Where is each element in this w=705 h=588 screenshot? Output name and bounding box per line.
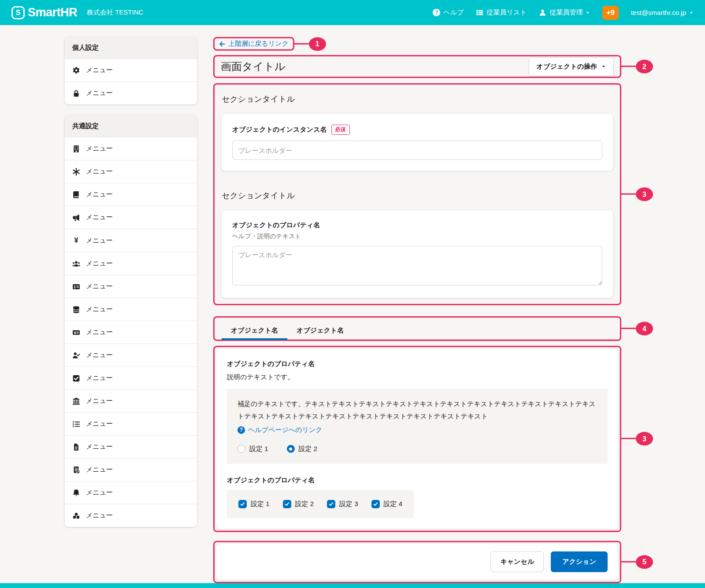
checkbox-checked-icon	[371, 500, 380, 508]
sidebar-item-menu[interactable]: メニュー	[65, 59, 197, 81]
book-icon	[72, 191, 80, 199]
page-content: 個人設定 メニュー メニュー 共通設定 メニュー メニュー メニュー	[0, 25, 705, 583]
object-action-dropdown-button[interactable]: オブジェクトの操作	[529, 57, 614, 76]
checkbox-option-3[interactable]: 設定 3	[327, 500, 358, 508]
radio-group: 設定 1 設定 2	[237, 445, 597, 453]
annotation-box-back-link: 上階層に戻るリンク 1	[213, 37, 294, 51]
sidebar-item-menu[interactable]: メニュー	[65, 435, 197, 458]
notification-count-badge[interactable]: +9	[602, 6, 618, 20]
user-check-icon	[72, 351, 80, 359]
radio-option-2[interactable]: 設定 2	[287, 445, 318, 453]
sidebar-item-menu[interactable]: メニュー	[65, 275, 197, 298]
sidebar-item-menu[interactable]: メニュー	[65, 160, 197, 183]
checkbox-checked-icon	[283, 500, 291, 508]
yen-icon: ¥	[72, 236, 80, 245]
users-icon	[72, 260, 80, 268]
sidebar-group-common: 共通設定 メニュー メニュー メニュー メニュー ¥ メニュー	[65, 115, 197, 527]
tab-object-2[interactable]: オブジェクト名	[287, 322, 353, 340]
chevron-down-icon	[586, 11, 590, 15]
section-title: セクションタイトル	[222, 190, 613, 201]
asterisk-icon	[72, 168, 80, 176]
sidebar-item-menu[interactable]: メニュー	[65, 504, 197, 527]
company-name: 株式会社 TESTINC	[87, 8, 143, 17]
field-help-text: ヘルプ・説明のテキスト	[232, 233, 602, 240]
employee-list-nav-link[interactable]: 従業員リスト	[476, 8, 527, 17]
back-to-parent-link[interactable]: 上階層に戻るリンク	[219, 40, 289, 48]
sidebar-item-menu[interactable]: メニュー	[65, 481, 197, 504]
annotation-box-tabs: オブジェクト名 オブジェクト名 4	[213, 316, 621, 341]
app-header: S SmartHR 株式会社 TESTINC ? ヘルプ 従業員リスト 従業員管…	[0, 0, 705, 25]
check-square-icon	[72, 374, 80, 382]
tab-object-1[interactable]: オブジェクト名	[222, 322, 287, 340]
help-nav-link[interactable]: ? ヘルプ	[433, 8, 464, 17]
field-label: オブジェクトのプロパティ名	[227, 360, 315, 368]
account-menu[interactable]: test@smarthr.co.jp	[631, 9, 694, 16]
checkbox-checked-icon	[327, 500, 335, 508]
annotation-connector	[620, 193, 636, 195]
annotation-connector	[620, 561, 636, 562]
action-button[interactable]: アクション	[551, 551, 608, 572]
main-column: 上階層に戻るリンク 1 画面タイトル オブジェクトの操作 2 セクションタイトル…	[213, 37, 621, 583]
annotation-connector	[620, 66, 636, 67]
annotation-number-badge: 5	[636, 555, 653, 569]
checkbox-checked-icon	[238, 500, 247, 508]
sidebar-item-menu[interactable]: メニュー	[65, 458, 197, 481]
radio-option-1[interactable]: 設定 1	[237, 445, 268, 453]
checkbox-option-2[interactable]: 設定 2	[283, 500, 314, 508]
sidebar-item-menu[interactable]: メニュー	[65, 137, 197, 160]
annotation-box-action-bar: キャンセル アクション 5	[213, 541, 621, 583]
radio-checked-icon	[287, 445, 295, 453]
question-circle-icon: ?	[433, 9, 440, 16]
coins-icon	[72, 512, 80, 520]
annotation-number-badge: 1	[309, 37, 326, 51]
sidebar-item-menu[interactable]: $ メニュー	[65, 321, 197, 344]
database-icon	[72, 306, 80, 314]
table-list-icon	[476, 9, 483, 16]
options-card: オブジェクトのプロパティ名 説明のテキストです。 補足のテキストです。テキストテ…	[216, 349, 618, 529]
sidebar-item-menu[interactable]: メニュー	[65, 344, 197, 366]
id-card-icon	[72, 283, 80, 291]
annotation-number-badge: 3	[636, 188, 653, 201]
checkbox-option-4[interactable]: 設定 4	[371, 500, 403, 508]
gear-icon	[72, 67, 80, 74]
bullhorn-icon	[72, 214, 80, 222]
annotation-box-form-sections: セクションタイトル オブジェクトのインスタンス名 必須 セクションタイトル オブ…	[213, 83, 621, 305]
sidebar-item-menu[interactable]: メニュー	[65, 298, 197, 321]
building-icon	[72, 145, 80, 153]
sidebar-item-menu[interactable]: メニュー	[65, 252, 197, 275]
sidebar-item-menu[interactable]: メニュー	[65, 81, 197, 104]
form-card-instance-name: オブジェクトのインスタンス名 必須	[222, 114, 613, 171]
page-title: 画面タイトル	[221, 59, 285, 74]
instance-name-input[interactable]	[232, 141, 602, 160]
sidebar: 個人設定 メニュー メニュー 共通設定 メニュー メニュー メニュー	[65, 37, 197, 538]
file-check-icon	[72, 466, 80, 474]
annotation-box-options-panel: オブジェクトのプロパティ名 説明のテキストです。 補足のテキストです。テキストテ…	[213, 346, 621, 532]
annotation-connector	[620, 328, 636, 329]
sidebar-item-menu[interactable]: メニュー	[65, 412, 197, 435]
help-page-link[interactable]: ? ヘルプページへのリンク	[237, 426, 323, 434]
sidebar-item-menu[interactable]: ¥ メニュー	[65, 229, 197, 252]
cancel-button[interactable]: キャンセル	[490, 551, 544, 572]
checkbox-group: 設定 1 設定 2 設定 3 設定 4	[227, 490, 414, 518]
property-textarea[interactable]	[232, 246, 602, 285]
header-nav: ? ヘルプ 従業員リスト 従業員管理 +9 test@smarthr.co.jp	[433, 6, 694, 20]
employee-admin-menu[interactable]: 従業員管理	[539, 8, 590, 17]
sidebar-item-menu[interactable]: メニュー	[65, 366, 197, 389]
checkbox-option-1[interactable]: 設定 1	[238, 500, 270, 508]
brand-name: SmartHR	[28, 6, 77, 19]
tab-bar: オブジェクト名 オブジェクト名	[222, 322, 613, 340]
chevron-down-icon	[601, 64, 606, 69]
sidebar-item-menu[interactable]: メニュー	[65, 206, 197, 229]
sidebar-group-title: 個人設定	[65, 37, 197, 59]
annotation-number-badge: 4	[636, 322, 653, 336]
list-icon	[72, 420, 80, 428]
file-icon	[72, 443, 80, 451]
field-description: 説明のテキストです。	[227, 373, 608, 381]
question-circle-icon: ?	[237, 426, 245, 434]
annotation-box-page-title: 画面タイトル オブジェクトの操作 2	[213, 55, 621, 78]
sidebar-item-menu[interactable]: メニュー	[65, 389, 197, 412]
action-bar: キャンセル アクション	[216, 544, 618, 580]
sidebar-item-menu[interactable]: メニュー	[65, 183, 197, 206]
annotation-connector	[293, 43, 309, 44]
section-title: セクションタイトル	[222, 94, 613, 104]
